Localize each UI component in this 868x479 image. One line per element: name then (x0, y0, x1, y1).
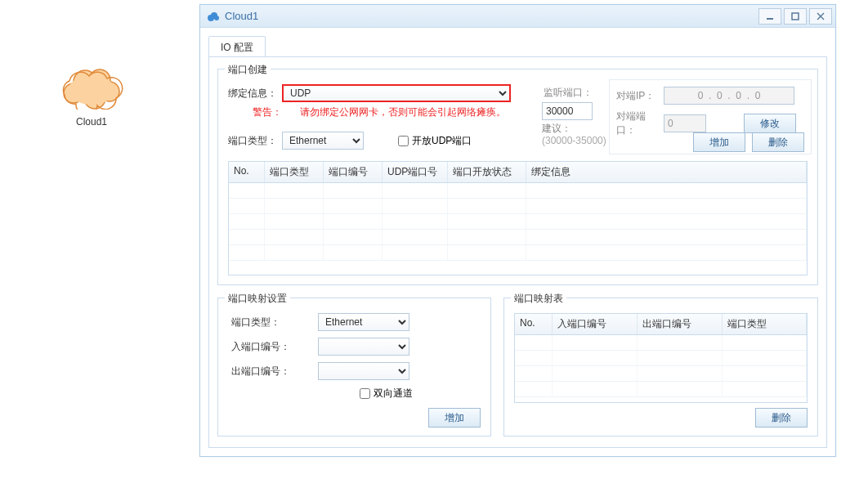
suggestion-range: (30000-35000) (542, 135, 606, 146)
group-legend: 端口创建 (225, 63, 271, 77)
th-no[interactable]: No. (515, 314, 553, 334)
th-bind-info[interactable]: 绑定信息 (526, 162, 807, 182)
pms-port-type-label: 端口类型： (231, 316, 313, 329)
bind-info-label: 绑定信息： (228, 87, 277, 101)
port-table[interactable]: No. 端口类型 端口编号 UDP端口号 端口开放状态 绑定信息 (228, 161, 808, 275)
peer-port-label: 对端端口： (616, 110, 659, 137)
listen-port-input[interactable] (542, 102, 593, 120)
svg-point-5 (69, 75, 114, 105)
th-port-type[interactable]: 端口类型 (265, 162, 324, 182)
svg-rect-10 (792, 13, 799, 20)
cloud-icon (59, 64, 124, 110)
add-button[interactable]: 增加 (693, 132, 745, 152)
svg-point-8 (214, 16, 219, 20)
cloud-node-label: Cloud1 (59, 116, 124, 128)
th-port-type[interactable]: 端口类型 (723, 314, 807, 334)
bind-info-select[interactable]: UDP (282, 84, 511, 102)
pmt-delete-button[interactable]: 删除 (755, 408, 808, 428)
pms-bidir-checkbox[interactable]: 双向通道 (360, 387, 413, 401)
group-legend: 端口映射表 (511, 292, 566, 306)
peer-port-input (664, 114, 706, 132)
modify-button[interactable]: 修改 (744, 114, 796, 133)
warning-text: 请勿绑定公网网卡，否则可能会引起网络瘫痪。 (300, 105, 506, 119)
th-port-idx[interactable]: 端口编号 (324, 162, 383, 182)
close-button[interactable] (809, 8, 832, 25)
th-udp-port[interactable]: UDP端口号 (383, 162, 448, 182)
port-map-table[interactable]: No. 入端口编号 出端口编号 端口类型 (514, 313, 808, 403)
tab-io-config[interactable]: IO 配置 (208, 36, 266, 57)
maximize-button[interactable] (784, 8, 807, 25)
pms-out-idx-label: 出端口编号： (231, 365, 313, 378)
group-legend: 端口映射设置 (225, 292, 290, 306)
open-udp-checkbox[interactable]: 开放UDP端口 (398, 134, 472, 148)
listen-port-label: 监听端口： (544, 86, 593, 100)
suggestion-label: 建议： (542, 122, 571, 136)
group-port-create: 端口创建 绑定信息： UDP 监听端口： 建议： (217, 69, 818, 285)
titlebar[interactable]: Cloud1 (200, 5, 835, 28)
th-open-state[interactable]: 端口开放状态 (448, 162, 526, 182)
pms-add-button[interactable]: 增加 (428, 408, 481, 428)
th-out-idx[interactable]: 出端口编号 (638, 314, 723, 334)
peer-ip-input (664, 87, 794, 105)
group-port-map-table: 端口映射表 No. 入端口编号 出端口编号 端口类型 (503, 298, 818, 436)
minimize-button[interactable] (758, 8, 781, 25)
cloud-node[interactable]: Cloud1 (59, 64, 124, 128)
group-port-map-setting: 端口映射设置 端口类型： Ethernet 入端口编号： 出端口编号： (217, 298, 491, 436)
th-no[interactable]: No. (229, 162, 265, 182)
warning-label: 警告： (253, 105, 282, 119)
delete-button[interactable]: 删除 (752, 132, 804, 152)
peer-ip-label: 对端IP： (616, 89, 659, 103)
pms-in-idx-select[interactable] (318, 338, 409, 356)
th-in-idx[interactable]: 入端口编号 (553, 314, 638, 334)
port-type-label: 端口类型： (228, 134, 277, 148)
pms-in-idx-label: 入端口编号： (231, 340, 313, 354)
pms-out-idx-select[interactable] (318, 362, 409, 380)
pms-port-type-select[interactable]: Ethernet (318, 313, 409, 331)
window-title: Cloud1 (225, 10, 758, 22)
config-panel: 端口创建 绑定信息： UDP 监听端口： 建议： (208, 56, 827, 448)
config-window: Cloud1 IO 配置 端口创建 绑定信息： UDP (199, 4, 836, 457)
open-udp-checkbox-input[interactable] (398, 136, 409, 146)
port-type-select[interactable]: Ethernet (282, 132, 364, 150)
cloud-app-icon (207, 10, 220, 23)
